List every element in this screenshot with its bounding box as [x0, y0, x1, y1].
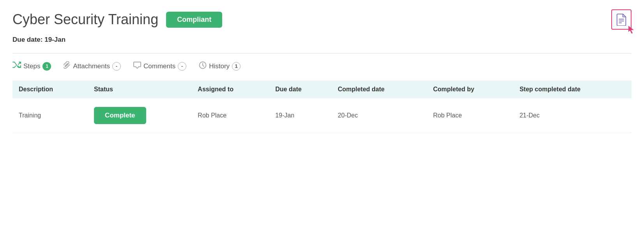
tab-attachments-label: Attachments — [73, 62, 110, 70]
table-header: Description Status Assigned to Due date … — [12, 80, 632, 98]
tab-history[interactable]: History 1 — [199, 61, 241, 71]
col-step-completed-date: Step completed date — [513, 80, 632, 98]
tab-history-label: History — [209, 62, 230, 70]
tab-steps-badge: 1 — [42, 62, 51, 71]
col-due-date: Due date — [269, 80, 331, 98]
compliant-badge[interactable]: Compliant — [166, 12, 222, 28]
col-completed-by: Completed by — [427, 80, 513, 98]
table-body: Training Complete Rob Place 19-Jan 20-De… — [12, 98, 632, 133]
paperclip-icon — [64, 61, 71, 71]
table-row: Training Complete Rob Place 19-Jan 20-De… — [12, 98, 632, 133]
header-left: Cyber Security Training Compliant — [12, 11, 222, 28]
col-status: Status — [88, 80, 191, 98]
tab-comments[interactable]: Comments - — [133, 62, 186, 71]
cell-completed-date: 20-Dec — [331, 98, 427, 133]
comment-icon — [133, 62, 141, 71]
cell-assigned-to: Rob Place — [191, 98, 269, 133]
pdf-export-button[interactable] — [611, 9, 632, 30]
cell-due-date: 19-Jan — [269, 98, 331, 133]
steps-table: Description Status Assigned to Due date … — [12, 80, 632, 133]
tab-steps-label: Steps — [23, 62, 40, 70]
cell-status: Complete — [88, 98, 191, 133]
page-container: Cyber Security Training Compliant Due da… — [0, 0, 644, 142]
pdf-document-icon — [616, 13, 627, 26]
cell-description: Training — [12, 98, 88, 133]
tab-attachments[interactable]: Attachments - — [64, 61, 121, 71]
tab-comments-badge: - — [178, 62, 186, 71]
section-divider — [12, 53, 632, 53]
header-row: Cyber Security Training Compliant — [12, 9, 632, 30]
due-date-label: Due date: 19-Jan — [12, 36, 632, 44]
shuffle-icon — [12, 62, 21, 71]
page-title: Cyber Security Training — [12, 11, 158, 28]
tab-comments-label: Comments — [143, 62, 175, 70]
tab-attachments-badge: - — [112, 62, 121, 71]
pdf-button-wrapper — [611, 9, 632, 30]
tab-history-badge: 1 — [232, 62, 241, 71]
col-assigned-to: Assigned to — [191, 80, 269, 98]
cell-completed-by: Rob Place — [427, 98, 513, 133]
col-completed-date: Completed date — [331, 80, 427, 98]
tab-steps[interactable]: Steps 1 — [12, 62, 51, 71]
cell-step-completed-date: 21-Dec — [513, 98, 632, 133]
col-description: Description — [12, 80, 88, 98]
tabs-row: Steps 1 Attachments - Comments - — [12, 61, 632, 71]
complete-status-button[interactable]: Complete — [94, 107, 146, 124]
clock-icon — [199, 61, 207, 71]
